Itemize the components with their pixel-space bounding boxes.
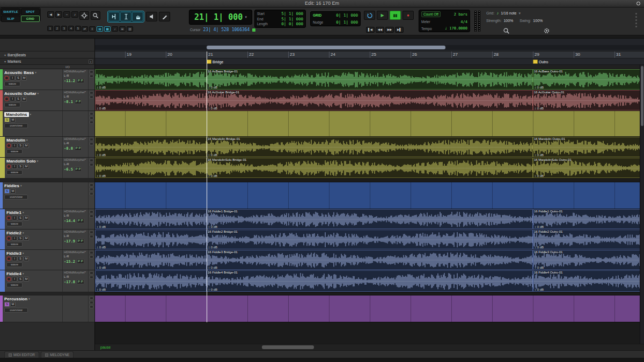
folder-menu-icon[interactable] (90, 112, 93, 115)
automation-mode-buttons[interactable]: P P (77, 218, 84, 223)
track-name[interactable]: Mandolin Solo (6, 159, 36, 164)
input-monitor-button[interactable]: I (12, 236, 17, 241)
clip-16-acguitar-bridge-01[interactable]: 16 AcGuitar Bridge-01↕ 0 dB (207, 90, 533, 110)
record-enable-button[interactable] (6, 216, 11, 220)
timeline-scrollbar[interactable] (95, 45, 644, 50)
clip-gain-indicator[interactable]: ↕ 0 dB (208, 153, 217, 157)
track-header-fiddle4[interactable]: Fiddle4▾ I S Mwave HDMdMorphel* L-R -17.… (0, 270, 95, 292)
chevron-down-icon[interactable]: ▾ (30, 113, 32, 116)
record-enable-button[interactable] (6, 277, 11, 282)
count-off-button[interactable]: Count Off (421, 11, 441, 17)
return-to-zero-button[interactable]: ▌◀ (366, 27, 375, 33)
mute-button[interactable]: M (24, 277, 29, 282)
record-enable-button[interactable] (6, 256, 11, 261)
window-title-bar[interactable]: Edit: 16 170 Em (0, 0, 644, 8)
pan-indicator[interactable]: L-R (64, 214, 87, 217)
chevron-down-icon[interactable]: ▾ (23, 252, 24, 255)
chevron-down-icon[interactable]: ▾ (35, 71, 36, 74)
mute-button[interactable]: M (24, 256, 29, 261)
track-lane-acoustic-guitar[interactable]: ↕ 0 dB16 AcGuitar Bridge-01↕ 0 dB16 AcGu… (95, 90, 644, 111)
go-to-end-button[interactable]: ▶▌ (395, 27, 404, 33)
clip-gain-indicator[interactable]: ↕ 0 dB (535, 86, 544, 89)
folder-overview-button[interactable]: overview (4, 195, 28, 200)
solo-button[interactable]: S (4, 117, 10, 122)
automation-mode-buttons[interactable]: P P (75, 167, 82, 172)
track-header-fiddle2[interactable]: Fiddle2▾ I S Mwave HDMdMorphel* L-R -17.… (0, 230, 95, 250)
pan-indicator[interactable]: L-R (64, 74, 87, 77)
chevron-down-icon[interactable]: ▾ (518, 11, 521, 16)
volume-value[interactable]: -17.8 (64, 280, 75, 284)
meter-value[interactable]: 4/4 (460, 20, 467, 24)
tempo-value[interactable]: ♩ 170.0000 (445, 26, 467, 31)
bottom-scroll-area[interactable]: pause (95, 344, 644, 350)
track-view-selector[interactable]: wave (6, 283, 23, 287)
track-view-selector[interactable]: wave (4, 82, 20, 86)
track-lane-fiddle2[interactable]: ↕ 0 dB16 Fiddle2 Bridge-01↕ 0 dB16 Fiddl… (95, 230, 644, 250)
track-options-icon[interactable] (90, 231, 93, 234)
solo-button[interactable]: S (16, 97, 21, 101)
clip-gain-indicator[interactable]: ↕ 0 dB (208, 225, 217, 228)
mute-button[interactable]: M (21, 76, 27, 80)
mute-button[interactable]: M (24, 216, 29, 220)
output-path-selector[interactable]: HDMdMorphel* (64, 70, 87, 73)
selector-tool-button[interactable] (120, 12, 131, 21)
clip-gain-indicator[interactable]: ↕ 0 dB (208, 86, 217, 89)
mute-button[interactable]: M (10, 302, 16, 307)
pan-indicator[interactable]: L-R (64, 162, 87, 166)
solo-button[interactable]: S (18, 164, 23, 169)
clip-16-acbass-bridge-01[interactable]: 16 AcBass Bridge-01↕ 0 dB (207, 69, 533, 90)
clip-gain-indicator[interactable]: ↕ 0 dB (535, 246, 544, 249)
link-edit-icon[interactable]: ≡ (89, 26, 96, 32)
track-freeze-icon[interactable] (90, 215, 93, 218)
scrubber-tool-button[interactable] (146, 12, 157, 21)
track-header-percussion[interactable]: Percussion▾S Moverview (0, 295, 95, 322)
output-path-selector[interactable]: HDMdMorphel* (64, 158, 87, 161)
clip-16-acguitar-outro-01[interactable]: 16 AcGuitar Outro-01↕ 0 dB (533, 90, 644, 110)
chevron-down-icon[interactable]: ▾ (38, 92, 39, 95)
clip-16-fiddle2-outro-01[interactable]: 16 Fiddle2 Outro-01↕ 0 dB (533, 230, 644, 249)
record-enable-button[interactable] (6, 236, 11, 241)
solo-button[interactable]: S (18, 236, 23, 241)
clip-gain-indicator[interactable]: ↕ 0 dB (97, 107, 106, 110)
track-freeze-icon[interactable] (90, 75, 93, 78)
edit-mode-shuffle[interactable]: SHUFFLE (1, 9, 20, 15)
edit-mode-grid[interactable]: GRID (21, 16, 40, 22)
edit-mode-slip[interactable]: SLIP (1, 16, 20, 22)
tab-to-transient-icon[interactable]: ▦ (104, 26, 111, 32)
chevron-down-icon[interactable]: ▾ (28, 297, 30, 300)
track-freeze-icon[interactable] (90, 255, 93, 258)
solo-button[interactable]: S (4, 302, 10, 307)
main-counter-value[interactable]: 21| 1| 000 (194, 12, 243, 22)
track-freeze-icon[interactable] (90, 163, 93, 166)
clip-16-fiddle4-bridge-01[interactable]: 16 Fiddle4 Bridge-01↕ 0 dB (207, 270, 533, 292)
track-name[interactable]: Mandolin (6, 138, 25, 143)
track-options-icon[interactable] (90, 70, 93, 73)
selection-start[interactable]: Start5| 1| 000 (257, 11, 303, 16)
selection-end[interactable]: End5| 1| 000 (257, 17, 303, 21)
track-name[interactable]: Acoustic Bass (4, 70, 34, 75)
track-lane-fiddle4[interactable]: ↕ 0 dB16 Fiddle4 Bridge-01↕ 0 dB16 Fiddl… (95, 270, 644, 292)
automation-follows-edit-icon[interactable]: ⊞ (119, 26, 126, 32)
clip-gain-indicator[interactable]: ↕ 0 dB (208, 107, 217, 110)
record-button[interactable]: ● (402, 11, 414, 20)
bars-beats-ruler-label[interactable]: ▾ Bars|Beats (0, 51, 95, 58)
grabber-tool-button[interactable] (132, 12, 143, 21)
track-lane-fiddles[interactable] (95, 182, 644, 209)
track-lane-percussion[interactable] (95, 295, 644, 322)
zoom-preset-2[interactable]: 2 (54, 26, 60, 31)
record-enable-button[interactable] (4, 97, 9, 101)
clip-acoustic-bass-0[interactable]: ↕ 0 dB (95, 69, 207, 90)
zoom-target-icon[interactable] (79, 11, 89, 20)
selection-value[interactable]: 5| 1| 000 (281, 17, 303, 21)
edit-mode-spot[interactable]: SPOT (21, 9, 40, 15)
clip-gain-indicator[interactable]: ↕ 0 dB (208, 266, 217, 269)
tab-melodyne[interactable]: MELODYNE (41, 351, 74, 358)
track-freeze-icon[interactable] (90, 235, 93, 238)
insertion-follows-playback-icon[interactable]: ▤ (97, 26, 103, 32)
track-view-selector[interactable]: wave (6, 262, 23, 267)
automation-mode-buttons[interactable]: P P (75, 146, 82, 151)
timeline-scrollbar-thumb[interactable] (207, 46, 445, 49)
track-lane-fiddle3[interactable]: ↕ 0 dB16 Fiddle3 Bridge-01↕ 0 dB16 Fiddl… (95, 250, 644, 270)
pan-indicator[interactable]: L-R (64, 275, 87, 278)
play-button[interactable]: ▶ (377, 11, 388, 20)
